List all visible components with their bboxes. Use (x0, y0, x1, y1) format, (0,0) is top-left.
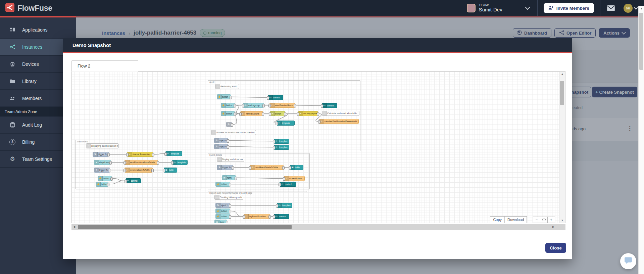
flow-node-label: table (169, 168, 176, 172)
flow-node-label: storeQuestionScore (275, 103, 294, 107)
copy-button[interactable]: Copy (490, 217, 504, 223)
tab-flow-2[interactable]: Flow 2 (71, 60, 138, 72)
flow-node-label: logEventFunction (249, 214, 269, 219)
output-port (157, 161, 159, 165)
invite-members-button[interactable]: Invite Members (544, 3, 594, 13)
library-icon (7, 79, 17, 84)
flow-node-label: button (101, 182, 107, 186)
flow-node-context: </>context (274, 214, 289, 219)
flow-node-label: template (171, 151, 181, 156)
input-port (297, 112, 299, 116)
flow-node-form: ▤form (222, 175, 236, 180)
flow-node-control: </>control (280, 182, 296, 187)
user-avatar[interactable]: su (624, 4, 633, 13)
form-icon: ▤ (215, 220, 219, 223)
sidebar-item-label: Library (22, 79, 37, 84)
flow-node-label: template (282, 121, 294, 125)
input-port (269, 112, 271, 116)
mail-icon[interactable] (607, 5, 615, 11)
settings-icon: ⚙ (7, 156, 17, 162)
input-port (321, 104, 323, 108)
scroll-left-icon[interactable]: ◀ (71, 224, 77, 230)
download-button[interactable]: Download (504, 217, 527, 223)
form-icon: ▤ (222, 176, 227, 180)
scrollbar-thumb[interactable] (560, 81, 564, 105)
scroll-right-icon[interactable]: ▶ (551, 224, 556, 230)
flow-node-sendeventdetailstotable: ƒsendEventDetailsToTable (250, 165, 284, 170)
input-port (267, 96, 269, 100)
zoom-reset-button[interactable] (540, 217, 548, 223)
flow-node-label: template (282, 203, 291, 208)
flow-node-label: template (279, 145, 288, 149)
dropdown-icon: ▾ (94, 160, 99, 165)
flow-node-label: context (279, 214, 288, 219)
flow-node-button: ☝button (215, 182, 230, 187)
flow-node-label: Creating follow-up action (220, 195, 242, 199)
flow-node-label: sendEventDetailsToTable (255, 165, 283, 170)
output-port (232, 166, 234, 170)
pointer-icon: ☝ (216, 214, 220, 219)
zoom-out-button[interactable]: − (533, 217, 540, 223)
flow-node-label: trigger ↻ (98, 152, 108, 156)
flow-node-set-msg-payload: ⇄set msg.payload (298, 111, 318, 116)
output-port (226, 221, 228, 224)
close-button[interactable]: Close (545, 243, 566, 253)
pointer-icon: ☝ (221, 103, 226, 107)
input-port (279, 183, 281, 186)
output-port (262, 104, 265, 107)
sidebar-item-applications[interactable]: Applications (0, 21, 76, 39)
flow-node-label: switch (275, 111, 284, 116)
flow-node-label: button (221, 214, 229, 219)
pointer-icon: ☝ (96, 182, 101, 186)
flow-node-label: Performing audit (220, 84, 238, 89)
zoom-in-button[interactable]: + (548, 217, 555, 223)
inject-icon: ⇅ (216, 203, 220, 208)
chat-widget[interactable] (620, 253, 636, 269)
viewer-vertical-scrollbar[interactable]: ▲ ▼ (559, 72, 565, 223)
flow-node-label: control (285, 182, 295, 186)
flow-node-label: context (273, 95, 282, 100)
output-port (109, 161, 112, 165)
input-port (276, 204, 278, 208)
input-port (125, 180, 127, 183)
viewer-horizontal-scrollbar[interactable]: ◀ ▶ (71, 224, 565, 230)
inject-icon: ⇅ (214, 138, 219, 143)
chat-bubble-icon (624, 256, 633, 266)
comment-icon: ○ (215, 84, 220, 89)
chevron-down-icon (634, 6, 638, 9)
scrollbar-thumb[interactable] (639, 13, 643, 70)
output-port (234, 112, 236, 116)
output-port (229, 183, 231, 186)
brand[interactable]: FlowFuse (0, 3, 52, 13)
output-port (231, 123, 233, 127)
flow-viewer-canvas[interactable]: AuditDashboardEvent detailsReport audit … (71, 71, 565, 223)
flow-node-dl: ⇅ (226, 122, 232, 127)
sidebar-item-label: Billing (22, 139, 35, 145)
flow-node-button: ☝button (215, 214, 230, 219)
devices-icon (7, 61, 17, 67)
flow-node-calculatetotalscoreandpassedaudit: ƒcalculateTotalScoreAndPassedAudit (319, 119, 359, 124)
divider (537, 0, 538, 16)
scroll-down-icon[interactable]: ▼ (559, 218, 565, 223)
page-scrollbar[interactable]: ▲ (638, 6, 644, 274)
output-port (229, 215, 231, 219)
scrollbar-thumb[interactable] (78, 225, 292, 229)
output-port (107, 153, 110, 156)
flow-node-inject: ⇅inject ↻ (214, 138, 228, 143)
flow-node-label: button (226, 103, 234, 107)
team-selector[interactable]: TEAM: Sumit-Dev (460, 0, 537, 16)
flow-node-closedaction: ƒclosedAction (284, 176, 305, 181)
flow-node-template: </>template (274, 145, 289, 150)
scroll-up-icon[interactable]: ▲ (639, 6, 644, 11)
input-port (126, 153, 129, 156)
flow-node-label: radio-group (248, 103, 263, 107)
flow-node-template: </>template (277, 121, 295, 126)
flow-node-display-and-close-events: ○Display and close events (217, 157, 244, 162)
sidebar-item-label: Applications (22, 27, 48, 33)
flow-group-label: Report audit nonconformance or Event pag… (209, 192, 252, 194)
flow-node-template: </>template (165, 151, 182, 156)
input-port (242, 104, 244, 107)
flow-node-button: ☝button (98, 176, 112, 181)
input-port (164, 152, 167, 156)
scroll-up-icon[interactable]: ▲ (559, 72, 565, 77)
